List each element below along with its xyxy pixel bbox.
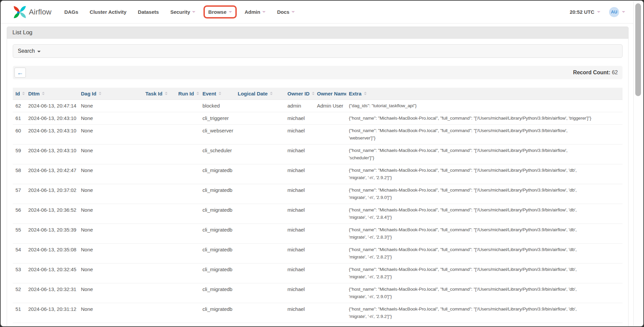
utc-clock[interactable]: 20:52 UTC [570,9,594,15]
sort-icon [196,92,199,95]
sort-icon [42,92,45,95]
nav-item-label: Datasets [138,9,159,15]
cell-dttm: 2024-06-13, 20:31:12 [26,303,78,323]
table-row: 622024-06-13, 20:47:14NoneblockedadminAd… [13,100,623,112]
cell-event: cli_migratedb [200,283,235,303]
airflow-brand[interactable]: Airflow [13,5,51,19]
cell-logical-date [235,283,285,303]
nav-item-docs[interactable]: Docs [277,9,295,15]
column-header-task-id[interactable]: Task Id [143,88,176,100]
extra-line: {"host_name": "Michaels-MacBook-Pro.loca… [349,187,620,194]
cell-run-id [176,125,200,145]
cell-run-id [176,303,200,323]
top-navbar: Airflow DAGsCluster ActivityDatasetsSecu… [1,1,643,24]
cell-id: 54 [13,244,26,263]
cell-extra: {"host_name": "Michaels-MacBook-Pro.loca… [346,112,623,125]
cell-run-id [176,184,200,204]
cell-dag-id: None [78,204,143,224]
sort-icon [312,92,314,95]
sort-icon [165,92,168,95]
column-header-label: Id [15,91,20,96]
extra-line: 'migrate', '-n', '2.8.2']"} [349,253,620,261]
cell-dag-id: None [78,164,143,184]
nav-item-label: DAGs [64,9,78,15]
column-header-label: Event [202,91,216,96]
cell-owner-name: Admin User [314,100,346,112]
table-row: 522024-06-13, 20:32:31Nonecli_migratedbm… [13,283,623,303]
chevron-down-icon [229,11,232,13]
cell-task-id [143,145,176,164]
airflow-logo-icon [13,5,27,19]
cell-run-id [176,112,200,125]
column-header-run-id[interactable]: Run Id [176,88,200,100]
column-header-dag-id[interactable]: Dag Id [78,88,143,100]
cell-owner-id: michael [285,224,314,244]
cell-run-id [176,164,200,184]
extra-line: 'migrate', '-n', '2.9.2']"} [349,313,620,320]
cell-logical-date [235,145,285,164]
cell-dag-id: None [78,100,143,112]
cell-owner-id: michael [285,112,314,125]
cell-dttm: 2024-06-13, 20:47:14 [26,100,78,112]
column-header-label: Owner ID [287,91,310,96]
cell-extra: {"host_name": "Michaels-MacBook-Pro.loca… [346,244,623,263]
cell-task-id [143,224,176,244]
extra-line: {"host_name": "Michaels-MacBook-Pro.loca… [349,167,620,174]
column-header-event[interactable]: Event [200,88,235,100]
cell-task-id [143,244,176,263]
extra-line: {"host_name": "Michaels-MacBook-Pro.loca… [349,305,620,313]
column-header-label: Owner Name [317,91,346,96]
extra-line: 'migrate', '-n', '2.8.2']"} [349,273,620,281]
cell-dttm: 2024-06-13, 20:43:10 [26,125,78,145]
column-header-logical-date[interactable]: Logical Date [235,88,285,100]
cell-dag-id: None [78,283,143,303]
search-collapse-toggle[interactable]: Search [13,44,623,58]
cell-extra: {"host_name": "Michaels-MacBook-Pro.loca… [346,283,623,303]
list-log-panel: List Log Search ← Record Count: 62 [7,27,629,327]
scrollbar-thumb[interactable] [635,3,641,96]
user-avatar[interactable]: AU [609,7,619,17]
cell-dttm: 2024-06-07, 00:26:47 [26,323,78,327]
column-header-extra[interactable]: Extra [346,88,623,100]
chevron-down-icon [597,11,600,13]
cell-event: cli_migratedb [200,204,235,224]
cell-owner-id: michael [285,323,314,327]
back-button[interactable]: ← [14,68,26,78]
cell-dttm: 2024-06-13, 20:36:52 [26,204,78,224]
column-header-id[interactable]: Id [13,88,26,100]
sort-icon [270,92,273,95]
cell-dag-id: None [78,145,143,164]
vertical-scrollbar[interactable] [633,1,643,326]
record-count: Record Count: 62 [573,70,618,76]
nav-item-cluster-activity[interactable]: Cluster Activity [90,9,126,15]
cell-logical-date [235,204,285,224]
cell-dttm: 2024-06-13, 20:42:47 [26,164,78,184]
cell-event: blocked [200,100,235,112]
cell-id: 50 [13,323,26,327]
column-header-dttm[interactable]: Dttm [26,88,78,100]
cell-task-id [143,283,176,303]
sort-icon [99,92,101,95]
cell-extra: {"host_name": "Michaels-MacBook-Pro.loca… [346,263,623,283]
nav-item-browse[interactable]: Browse [203,5,236,18]
cell-dttm: 2024-06-13, 20:32:45 [26,263,78,283]
cell-owner-id: michael [285,125,314,145]
nav-item-security[interactable]: Security [170,9,195,15]
column-header-owner-id[interactable]: Owner ID [285,88,314,100]
cell-id: 55 [13,224,26,244]
cell-dag-id: None [78,303,143,323]
nav-item-label: Browse [208,9,226,15]
table-row: 502024-06-07, 00:26:47check_dagcreate_fi… [13,323,623,327]
cell-id: 53 [13,263,26,283]
cell-extra: {"host_name": "Michaels-MacBook-Pro.loca… [346,184,623,204]
column-header-owner-name[interactable]: Owner Name [314,88,346,100]
cell-extra: {"host_name": "Michaels-MacBook-Pro.loca… [346,323,623,327]
sort-icon [22,92,25,95]
nav-item-admin[interactable]: Admin [245,9,266,15]
cell-logical-date [235,323,285,327]
cell-extra: {"host_name": "Michaels-MacBook-Pro.loca… [346,125,623,145]
sort-icon [219,92,221,95]
nav-item-datasets[interactable]: Datasets [138,9,159,15]
table-row: 512024-06-13, 20:31:12Nonecli_migratedbm… [13,303,623,323]
nav-item-dags[interactable]: DAGs [64,9,78,15]
